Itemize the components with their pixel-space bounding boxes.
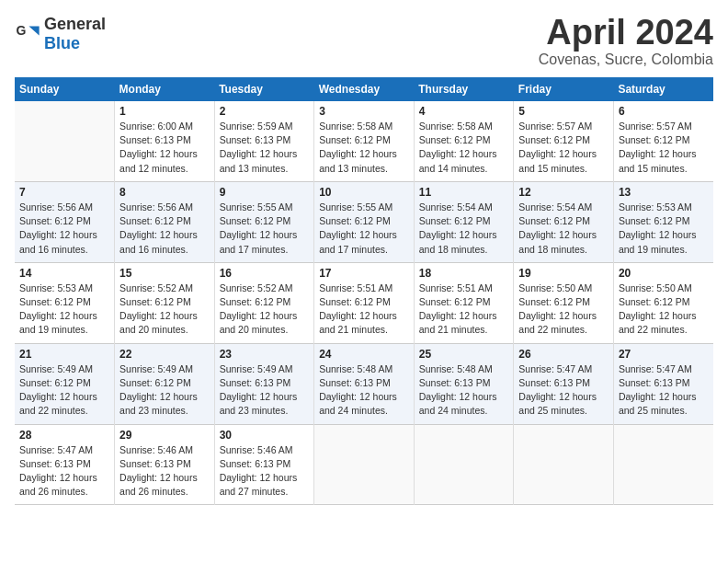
day-number: 15 [119, 267, 210, 280]
day-number: 20 [619, 267, 709, 280]
cell-info: Sunrise: 5:59 AM Sunset: 6:13 PM Dayligh… [220, 120, 310, 176]
calendar-cell: 21Sunrise: 5:49 AM Sunset: 6:12 PM Dayli… [15, 343, 115, 424]
calendar-cell: 2Sunrise: 5:59 AM Sunset: 6:13 PM Daylig… [214, 101, 314, 181]
day-number: 30 [220, 429, 310, 442]
logo: G General Blue [15, 15, 106, 53]
calendar-cell: 19Sunrise: 5:50 AM Sunset: 6:12 PM Dayli… [514, 262, 614, 343]
calendar-cell: 23Sunrise: 5:49 AM Sunset: 6:13 PM Dayli… [214, 343, 314, 424]
day-number: 27 [619, 348, 709, 361]
calendar-week-row: 7Sunrise: 5:56 AM Sunset: 6:12 PM Daylig… [15, 181, 713, 262]
cell-info: Sunrise: 5:50 AM Sunset: 6:12 PM Dayligh… [619, 282, 709, 338]
page-header: G General Blue April 2024 Covenas, Sucre… [15, 15, 713, 68]
cell-info: Sunrise: 5:57 AM Sunset: 6:12 PM Dayligh… [619, 120, 709, 176]
logo-blue-text: Blue [44, 34, 80, 52]
cell-info: Sunrise: 5:48 AM Sunset: 6:13 PM Dayligh… [319, 362, 409, 419]
calendar-week-row: 1Sunrise: 6:00 AM Sunset: 6:13 PM Daylig… [15, 101, 713, 181]
cell-info: Sunrise: 5:53 AM Sunset: 6:12 PM Dayligh… [19, 282, 109, 338]
logo-general-text: General [44, 15, 106, 33]
calendar-cell: 29Sunrise: 5:46 AM Sunset: 6:13 PM Dayli… [115, 424, 215, 505]
day-number: 19 [518, 267, 609, 280]
calendar-cell: 20Sunrise: 5:50 AM Sunset: 6:12 PM Dayli… [613, 262, 713, 343]
cell-info: Sunrise: 5:47 AM Sunset: 6:13 PM Dayligh… [619, 362, 709, 419]
cell-info: Sunrise: 5:49 AM Sunset: 6:13 PM Dayligh… [220, 362, 310, 419]
calendar-cell: 9Sunrise: 5:55 AM Sunset: 6:12 PM Daylig… [214, 181, 314, 262]
day-number: 18 [419, 267, 509, 280]
cell-info: Sunrise: 5:47 AM Sunset: 6:13 PM Dayligh… [518, 362, 609, 419]
calendar-cell: 13Sunrise: 5:53 AM Sunset: 6:12 PM Dayli… [613, 181, 713, 262]
cell-info: Sunrise: 5:50 AM Sunset: 6:12 PM Dayligh… [518, 282, 609, 338]
cell-info: Sunrise: 5:56 AM Sunset: 6:12 PM Dayligh… [19, 201, 109, 257]
calendar-cell: 18Sunrise: 5:51 AM Sunset: 6:12 PM Dayli… [414, 262, 514, 343]
cell-info: Sunrise: 5:49 AM Sunset: 6:12 PM Dayligh… [119, 362, 210, 419]
cell-info: Sunrise: 5:52 AM Sunset: 6:12 PM Dayligh… [119, 282, 210, 338]
calendar-cell [613, 424, 713, 505]
cell-info: Sunrise: 5:52 AM Sunset: 6:12 PM Dayligh… [220, 282, 310, 338]
title-area: April 2024 Covenas, Sucre, Colombia [539, 15, 713, 68]
calendar-cell: 10Sunrise: 5:55 AM Sunset: 6:12 PM Dayli… [314, 181, 415, 262]
calendar-cell: 16Sunrise: 5:52 AM Sunset: 6:12 PM Dayli… [214, 262, 314, 343]
weekday-header: Sunday [15, 77, 115, 101]
day-number: 13 [619, 186, 709, 199]
calendar-cell: 4Sunrise: 5:58 AM Sunset: 6:12 PM Daylig… [414, 101, 514, 181]
cell-info: Sunrise: 5:51 AM Sunset: 6:12 PM Dayligh… [319, 282, 409, 338]
weekday-header: Friday [514, 77, 614, 101]
day-number: 14 [19, 267, 109, 280]
calendar-header: SundayMondayTuesdayWednesdayThursdayFrid… [15, 77, 713, 101]
cell-info: Sunrise: 5:55 AM Sunset: 6:12 PM Dayligh… [319, 201, 409, 257]
calendar-cell: 22Sunrise: 5:49 AM Sunset: 6:12 PM Dayli… [115, 343, 215, 424]
calendar-cell [514, 424, 614, 505]
weekday-header: Thursday [414, 77, 514, 101]
day-number: 10 [319, 186, 409, 199]
cell-info: Sunrise: 5:57 AM Sunset: 6:12 PM Dayligh… [518, 120, 609, 176]
day-number: 9 [220, 186, 310, 199]
day-number: 2 [220, 105, 310, 118]
calendar-cell: 3Sunrise: 5:58 AM Sunset: 6:12 PM Daylig… [314, 101, 415, 181]
calendar-week-row: 28Sunrise: 5:47 AM Sunset: 6:13 PM Dayli… [15, 424, 713, 505]
calendar-cell: 26Sunrise: 5:47 AM Sunset: 6:13 PM Dayli… [514, 343, 614, 424]
calendar-cell: 15Sunrise: 5:52 AM Sunset: 6:12 PM Dayli… [115, 262, 215, 343]
cell-info: Sunrise: 5:53 AM Sunset: 6:12 PM Dayligh… [619, 201, 709, 257]
calendar-table: SundayMondayTuesdayWednesdayThursdayFrid… [15, 77, 713, 505]
cell-info: Sunrise: 5:49 AM Sunset: 6:12 PM Dayligh… [19, 362, 109, 419]
calendar-cell: 8Sunrise: 5:56 AM Sunset: 6:12 PM Daylig… [115, 181, 215, 262]
location-subtitle: Covenas, Sucre, Colombia [539, 52, 713, 68]
calendar-cell: 24Sunrise: 5:48 AM Sunset: 6:13 PM Dayli… [314, 343, 415, 424]
day-number: 21 [19, 348, 109, 361]
month-title: April 2024 [539, 15, 713, 50]
calendar-cell: 1Sunrise: 6:00 AM Sunset: 6:13 PM Daylig… [115, 101, 215, 181]
day-number: 3 [319, 105, 409, 118]
cell-info: Sunrise: 5:58 AM Sunset: 6:12 PM Dayligh… [319, 120, 409, 176]
logo-icon: G [15, 21, 40, 47]
cell-info: Sunrise: 5:54 AM Sunset: 6:12 PM Dayligh… [419, 201, 509, 257]
calendar-cell [314, 424, 415, 505]
day-number: 11 [419, 186, 509, 199]
day-number: 23 [220, 348, 310, 361]
day-number: 1 [119, 105, 210, 118]
cell-info: Sunrise: 5:54 AM Sunset: 6:12 PM Dayligh… [518, 201, 609, 257]
cell-info: Sunrise: 5:48 AM Sunset: 6:13 PM Dayligh… [419, 362, 509, 419]
day-number: 29 [119, 429, 210, 442]
cell-info: Sunrise: 5:46 AM Sunset: 6:13 PM Dayligh… [220, 443, 310, 500]
calendar-cell [15, 101, 115, 181]
day-number: 22 [119, 348, 210, 361]
calendar-week-row: 21Sunrise: 5:49 AM Sunset: 6:12 PM Dayli… [15, 343, 713, 424]
calendar-cell: 12Sunrise: 5:54 AM Sunset: 6:12 PM Dayli… [514, 181, 614, 262]
calendar-cell: 27Sunrise: 5:47 AM Sunset: 6:13 PM Dayli… [613, 343, 713, 424]
calendar-cell: 11Sunrise: 5:54 AM Sunset: 6:12 PM Dayli… [414, 181, 514, 262]
cell-info: Sunrise: 6:00 AM Sunset: 6:13 PM Dayligh… [119, 120, 210, 176]
calendar-cell: 30Sunrise: 5:46 AM Sunset: 6:13 PM Dayli… [214, 424, 314, 505]
day-number: 6 [619, 105, 709, 118]
svg-text:G: G [16, 23, 26, 38]
calendar-cell [414, 424, 514, 505]
cell-info: Sunrise: 5:46 AM Sunset: 6:13 PM Dayligh… [119, 443, 210, 500]
day-number: 25 [419, 348, 509, 361]
weekday-header: Saturday [613, 77, 713, 101]
calendar-cell: 25Sunrise: 5:48 AM Sunset: 6:13 PM Dayli… [414, 343, 514, 424]
day-number: 17 [319, 267, 409, 280]
cell-info: Sunrise: 5:58 AM Sunset: 6:12 PM Dayligh… [419, 120, 509, 176]
day-number: 26 [518, 348, 609, 361]
day-number: 28 [19, 429, 109, 442]
calendar-cell: 7Sunrise: 5:56 AM Sunset: 6:12 PM Daylig… [15, 181, 115, 262]
calendar-cell: 5Sunrise: 5:57 AM Sunset: 6:12 PM Daylig… [514, 101, 614, 181]
day-number: 16 [220, 267, 310, 280]
